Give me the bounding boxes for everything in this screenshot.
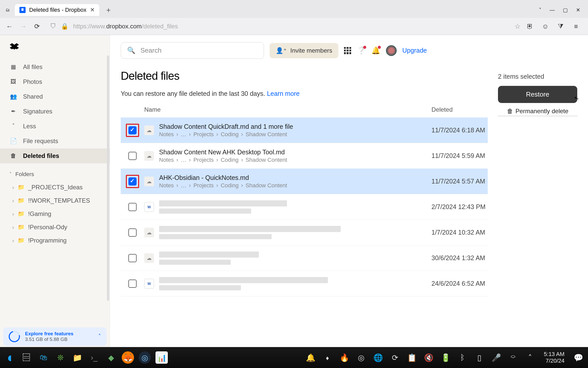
nav-icon: 👥 [10, 93, 17, 100]
extensions-icon[interactable]: ⧩ [556, 22, 565, 31]
forward-button[interactable]: → [19, 22, 28, 31]
minimize-icon[interactable]: — [550, 7, 555, 13]
file-row[interactable]: ☁Shadow Content QuickDraft.md and 1 more… [121, 118, 488, 143]
cursor-icon: ↖ [573, 94, 580, 102]
taskbar: ◖ ⿳ 🛍 ❊ 📁 ›_ ◆ 🦊 ◎ 📊 🔔 ⬧ 🔥 ◎ 🌐 ⟳ 📋 🔇 🔋 ᛒ… [0, 347, 588, 349]
file-type-icon: ☁ [144, 228, 154, 237]
lock-icon[interactable]: 🔒 [61, 23, 69, 30]
search-icon: 🔍 [127, 47, 135, 54]
file-row[interactable]: W2/7/2024 12:43 PM [121, 194, 488, 220]
redacted-text [159, 226, 341, 232]
nav-icon: ✒ [10, 108, 17, 115]
pocket-icon[interactable]: ⛨ [526, 22, 534, 31]
file-name: Shadow Content QuickDraft.md and 1 more … [159, 123, 431, 130]
avatar[interactable] [386, 45, 397, 56]
file-type-icon: W [144, 202, 154, 212]
sidebar-item-deleted-files[interactable]: 🗑Deleted files [0, 148, 110, 163]
folders-header[interactable]: ˅ Folders [5, 168, 105, 181]
checkbox[interactable] [128, 177, 137, 186]
help-icon[interactable]: ❔ [357, 46, 366, 55]
search-input[interactable]: 🔍 Search [121, 42, 264, 59]
nav-icon: ˅ [10, 123, 17, 130]
bookmark-icon[interactable]: ☆ [515, 22, 520, 30]
learn-more-link[interactable]: Learn more [267, 90, 300, 97]
folder-item[interactable]: ›📁!Programming [5, 234, 105, 247]
column-deleted[interactable]: Deleted [431, 106, 488, 113]
folder-item[interactable]: ›📁!!WORK_TEMPLATES [5, 194, 105, 207]
file-row[interactable]: ☁AHK-Obsidian - QuickNotes.mdNotes›…›Pro… [121, 169, 488, 194]
restore-button[interactable]: Restore ↖ [498, 86, 577, 103]
nav-label: File requests [23, 137, 58, 145]
reload-button[interactable]: ⟳ [33, 22, 41, 31]
new-tab-button[interactable]: ＋ [101, 5, 116, 15]
close-tab-icon[interactable]: ✕ [90, 7, 95, 13]
scrollbar[interactable] [107, 55, 109, 301]
tabs-list-icon[interactable]: ˅ [539, 7, 541, 13]
file-row[interactable]: ☁30/6/2024 1:32 AM [121, 245, 488, 271]
person-add-icon: 👤⁺ [276, 47, 287, 54]
sidebar-item-all-files[interactable]: ▦All files [0, 60, 110, 74]
checkbox[interactable] [128, 203, 137, 211]
back-button[interactable]: ← [5, 22, 14, 31]
invite-members-button[interactable]: 👤⁺ Invite members [270, 43, 338, 58]
window-controls: ˅ — ▢ ✕ [539, 7, 585, 13]
folder-name: !Personal-Ody [28, 224, 67, 231]
folder-icon: 📁 [18, 184, 25, 191]
nav-label: All files [23, 63, 42, 71]
file-row[interactable]: ☁1/7/2024 10:32 AM [121, 220, 488, 245]
column-name[interactable]: Name [144, 106, 431, 113]
checkbox[interactable] [128, 126, 137, 134]
list-header: Name Deleted [121, 102, 488, 118]
app-launcher-icon[interactable] [344, 47, 351, 54]
chevron-down-icon: ˅ [9, 171, 12, 177]
notifications-icon[interactable]: 🔔 [371, 46, 380, 55]
sidebar-item-shared[interactable]: 👥Shared [0, 89, 110, 104]
promo-title: Explore free features [25, 331, 93, 337]
sidebar-item-file-requests[interactable]: 📄File requests [0, 134, 110, 148]
page-subtitle: You can restore any file deleted in the … [121, 90, 488, 97]
folder-name: !Gaming [28, 210, 51, 217]
folder-icon: 📁 [18, 224, 25, 231]
redacted-text [159, 251, 259, 258]
dropbox-logo-icon[interactable] [0, 35, 110, 60]
file-deleted-date: 11/7/2024 6:18 AM [431, 126, 488, 134]
promo-storage: 3.51 GB of 5.88 GB [25, 337, 93, 342]
folder-item[interactable]: ›📁!Personal-Ody [5, 221, 105, 234]
sidebar-promo[interactable]: Explore free features 3.51 GB of 5.88 GB… [3, 327, 107, 346]
address-bar[interactable]: ⛉ 🔒 https://www.dropbox.com/deleted_file… [47, 23, 509, 30]
sidebar-item-photos[interactable]: 🖼Photos [0, 74, 110, 89]
nav-icon: 📄 [10, 138, 17, 144]
folder-item[interactable]: ›📁_PROJECTS_Ideas [5, 181, 105, 194]
chevron-right-icon: › [12, 211, 14, 217]
file-name: Shadow Content New AHK Desktop Tool.md [159, 148, 431, 156]
shield-icon[interactable]: ⛉ [50, 23, 56, 30]
checkbox[interactable] [128, 152, 137, 160]
tab-strip: 🗂 Deleted files - Dropbox ✕ ＋ ˅ — ▢ ✕ [0, 0, 588, 18]
maximize-icon[interactable]: ▢ [563, 7, 568, 13]
file-type-icon: W [144, 279, 154, 289]
sidebar-item-signatures[interactable]: ✒Signatures [0, 104, 110, 119]
checkbox[interactable] [128, 280, 137, 288]
url-text: https://www.dropbox.com/deleted_files [73, 23, 178, 30]
upgrade-link[interactable]: Upgrade [402, 47, 427, 54]
account-icon[interactable]: ☺ [541, 22, 550, 31]
app-menu-icon[interactable]: ≡ [572, 22, 580, 31]
tab-title: Deleted files - Dropbox [29, 7, 86, 13]
folder-name: !!WORK_TEMPLATES [28, 197, 90, 204]
file-path: Notes›…›Projects›Coding›Shadow Content [159, 182, 431, 189]
url-bar: ← → ⟳ ⛉ 🔒 https://www.dropbox.com/delete… [0, 18, 588, 35]
browser-tab[interactable]: Deleted files - Dropbox ✕ [15, 4, 99, 16]
permanently-delete-button[interactable]: 🗑 Permanently delete [498, 108, 577, 116]
file-row[interactable]: W24/6/2024 6:52 AM [121, 271, 488, 296]
close-window-icon[interactable]: ✕ [576, 7, 580, 13]
file-path: Notes›…›Projects›Coding›Shadow Content [159, 157, 431, 163]
checkbox[interactable] [128, 254, 137, 262]
dropbox-favicon [19, 7, 26, 13]
checkbox[interactable] [128, 228, 137, 237]
folder-item[interactable]: ›📁!Gaming [5, 207, 105, 221]
recent-tabs-icon[interactable]: 🗂 [3, 5, 13, 15]
app-body: ▦All files🖼Photos👥Shared✒Signatures˅Less… [0, 35, 588, 349]
sidebar-item-less[interactable]: ˅Less [0, 119, 110, 134]
file-row[interactable]: ☁Shadow Content New AHK Desktop Tool.mdN… [121, 143, 488, 169]
file-deleted-date: 1/7/2024 10:32 AM [431, 229, 488, 236]
